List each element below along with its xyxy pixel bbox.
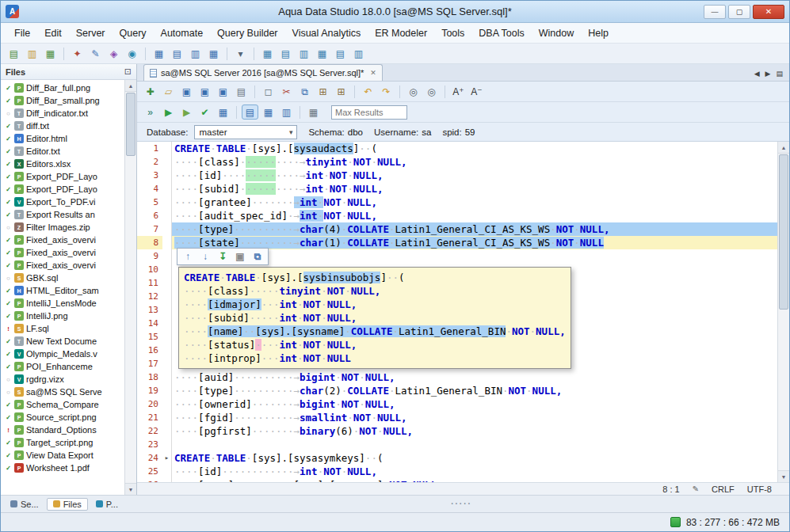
files-scrollbar[interactable]: ▲ ▼ bbox=[124, 80, 136, 495]
code-line[interactable]: 20····[ownerid]·······→bigint·NOT·NULL, bbox=[137, 397, 777, 411]
file-item[interactable]: ✓TEditor.txt bbox=[1, 145, 124, 158]
maximize-button[interactable]: ▢ bbox=[728, 5, 750, 19]
menu-tools[interactable]: Tools bbox=[434, 25, 471, 42]
file-item[interactable]: ○ZFilter Images.zip bbox=[1, 221, 124, 234]
previous-difference-button[interactable]: ↑ bbox=[180, 249, 196, 264]
popup-code-line[interactable]: ····[name]··[sys].[sysname]·COLLATE·Lati… bbox=[184, 325, 566, 338]
line-ending-indicator[interactable]: CRLF bbox=[712, 484, 735, 494]
file-item[interactable]: ○TDiff_indicator.txt bbox=[1, 107, 124, 120]
file-item[interactable]: ✓PTarget_script.png bbox=[1, 436, 124, 449]
results-grid-mode-button[interactable]: ▥ bbox=[278, 104, 295, 120]
apply-change-button[interactable]: ↧ bbox=[215, 249, 231, 264]
tab-list-icon[interactable]: ▤ bbox=[776, 70, 783, 78]
max-results-input[interactable] bbox=[331, 105, 407, 120]
code-line[interactable]: 19····[type]··········→char(2)·COLLATE·L… bbox=[137, 384, 777, 397]
print-button[interactable]: ▤ bbox=[233, 84, 250, 99]
file-item[interactable]: ✓PPOI_Enhanceme bbox=[1, 360, 124, 373]
file-item[interactable]: ✓Tdiff.txt bbox=[1, 120, 124, 132]
encoding-indicator[interactable]: UTF-8 bbox=[747, 484, 772, 494]
file-item[interactable]: ✓PIntelliJ_LensMode bbox=[1, 297, 124, 310]
splitter-handle[interactable]: ····· bbox=[137, 500, 786, 508]
tab-next-icon[interactable]: ▶ bbox=[765, 70, 771, 78]
code-line[interactable]: 7····[type]··········→char(4)·COLLATE·La… bbox=[137, 222, 777, 236]
query-history-button[interactable]: ▥ bbox=[350, 46, 367, 61]
file-item[interactable]: !PStandard_Options bbox=[1, 424, 124, 436]
execute-edit-button[interactable]: ✔ bbox=[197, 104, 213, 120]
results-pivot-button[interactable]: ▥ bbox=[296, 46, 312, 61]
file-item[interactable]: ✓PDiff_Bar_small.png bbox=[1, 94, 124, 107]
menu-window[interactable]: Window bbox=[532, 25, 581, 42]
file-item[interactable]: ✓VExport_To_PDF.vi bbox=[1, 196, 124, 208]
find-in-files-button[interactable]: ◎ bbox=[423, 84, 440, 99]
file-item[interactable]: ✓PExport_PDF_Layo bbox=[1, 183, 124, 196]
er-modeler-button[interactable]: ◈ bbox=[105, 46, 122, 61]
panel-tab-projects[interactable]: P... bbox=[90, 498, 124, 511]
cut-button[interactable]: ✂ bbox=[278, 84, 295, 99]
register-server-button[interactable]: ▤ bbox=[6, 46, 22, 61]
results-text-mode-button[interactable]: ▦ bbox=[260, 104, 277, 120]
file-item[interactable]: ○Vrgdrg.vizx bbox=[1, 373, 124, 386]
file-item[interactable]: ✓HEditor.html bbox=[1, 132, 124, 145]
file-item[interactable]: ✓PFixed_axis_overvi bbox=[1, 234, 124, 246]
file-item[interactable]: ✓PDiff_Bar_full.png bbox=[1, 82, 124, 94]
menu-query[interactable]: Query bbox=[113, 25, 154, 42]
execute-button[interactable]: ▶ bbox=[160, 104, 177, 120]
file-item[interactable]: ✓PIntelliJ.png bbox=[1, 310, 124, 322]
select-block-button[interactable]: ◻ bbox=[260, 84, 277, 99]
sql-editor[interactable]: 1CREATE·TABLE·[sys].[sysaudacts]··(2····… bbox=[137, 142, 789, 482]
save-all-button[interactable]: ▣ bbox=[215, 84, 231, 99]
visual-analytics-button[interactable]: ◉ bbox=[124, 46, 140, 61]
open-file-button[interactable]: ▱ bbox=[160, 84, 177, 99]
code-line[interactable]: 24▸CREATE·TABLE·[sys].[sysasymkeys]··( bbox=[137, 451, 777, 465]
file-item[interactable]: ✓HHTML_Editor_sam bbox=[1, 284, 124, 297]
file-item[interactable]: ○SGBK.sql bbox=[1, 272, 124, 284]
close-button[interactable]: ✕ bbox=[753, 5, 784, 19]
execute-script-button[interactable]: » bbox=[142, 104, 158, 120]
file-item[interactable]: !SLF.sql bbox=[1, 322, 124, 335]
file-item[interactable]: ✓VOlympic_Medals.v bbox=[1, 348, 124, 360]
popup-code-line[interactable]: ····[intprop]···int·NOT·NULL bbox=[184, 352, 566, 365]
file-item[interactable]: ✓TNew Text Docume bbox=[1, 335, 124, 348]
editor-scroll-down-icon[interactable]: ▼ bbox=[778, 470, 789, 482]
file-item[interactable]: ✓XEditors.xlsx bbox=[1, 158, 124, 170]
scroll-up-icon[interactable]: ▲ bbox=[125, 80, 136, 92]
title-bar[interactable]: A Aqua Data Studio 18.0.0 [sa@MS SQL Ser… bbox=[1, 1, 789, 23]
files-scrollbar-thumb[interactable] bbox=[126, 93, 135, 156]
file-item[interactable]: ✓PSource_script.png bbox=[1, 411, 124, 424]
code-line[interactable]: 25····[id]············→int·NOT·NULL, bbox=[137, 465, 777, 478]
sql-history-button[interactable]: ▤ bbox=[242, 104, 258, 120]
find-button[interactable]: ◎ bbox=[405, 84, 422, 99]
tab-prev-icon[interactable]: ◀ bbox=[754, 70, 760, 78]
results-grid-button[interactable]: ▦ bbox=[259, 46, 276, 61]
code-line[interactable]: 2····[class]··········→tinyint·NOT·NULL, bbox=[137, 155, 777, 169]
editor-scrollbar-thumb[interactable] bbox=[779, 154, 788, 310]
file-item[interactable]: ✓PSchema_Compare bbox=[1, 398, 124, 411]
menu-query-builder[interactable]: Query Builder bbox=[210, 25, 284, 42]
menu-edit[interactable]: Edit bbox=[37, 25, 69, 42]
menu-dba-tools[interactable]: DBA Tools bbox=[471, 25, 531, 42]
code-line[interactable]: 23 bbox=[137, 438, 777, 451]
menu-automate[interactable]: Automate bbox=[154, 25, 211, 42]
query-analyzer-button[interactable]: ✦ bbox=[69, 46, 86, 61]
procedures-button[interactable]: ▥ bbox=[187, 46, 204, 61]
code-line[interactable]: 4····[subid]··········→int·NOT·NULL, bbox=[137, 182, 777, 196]
scroll-down-icon[interactable]: ▼ bbox=[125, 483, 136, 495]
database-select[interactable]: master ▾ bbox=[194, 125, 297, 139]
panel-tab-files[interactable]: Files bbox=[47, 498, 88, 511]
document-tab[interactable]: sa@MS SQL Server 2016 [sa@MS SQL Server.… bbox=[143, 64, 383, 81]
menu-visual-analytics[interactable]: Visual Analytics bbox=[285, 25, 368, 42]
paste-button[interactable]: ⊞ bbox=[315, 84, 331, 99]
editor-scrollbar[interactable]: ▲ ▼ bbox=[777, 142, 789, 482]
popup-code-line[interactable]: ····[idmajor]···int·NOT·NULL, bbox=[184, 298, 566, 311]
code-line[interactable]: 26····[name]··········[sys].[sysname]·NO… bbox=[137, 478, 777, 482]
results-form-button[interactable]: ▦ bbox=[314, 46, 330, 61]
panel-tab-servers[interactable]: Se... bbox=[4, 498, 45, 511]
file-item[interactable]: ✓PWorksheet 1.pdf bbox=[1, 462, 124, 474]
save-as-button[interactable]: ▣ bbox=[197, 84, 213, 99]
describe-object-button[interactable]: ▦ bbox=[215, 104, 231, 120]
connect-button[interactable]: ▥ bbox=[24, 46, 40, 61]
results-chart-button[interactable]: ▤ bbox=[332, 46, 349, 61]
menu-server[interactable]: Server bbox=[69, 25, 113, 42]
file-item[interactable]: ✓TExport Results an bbox=[1, 208, 124, 221]
save-button[interactable]: ▣ bbox=[178, 84, 195, 99]
